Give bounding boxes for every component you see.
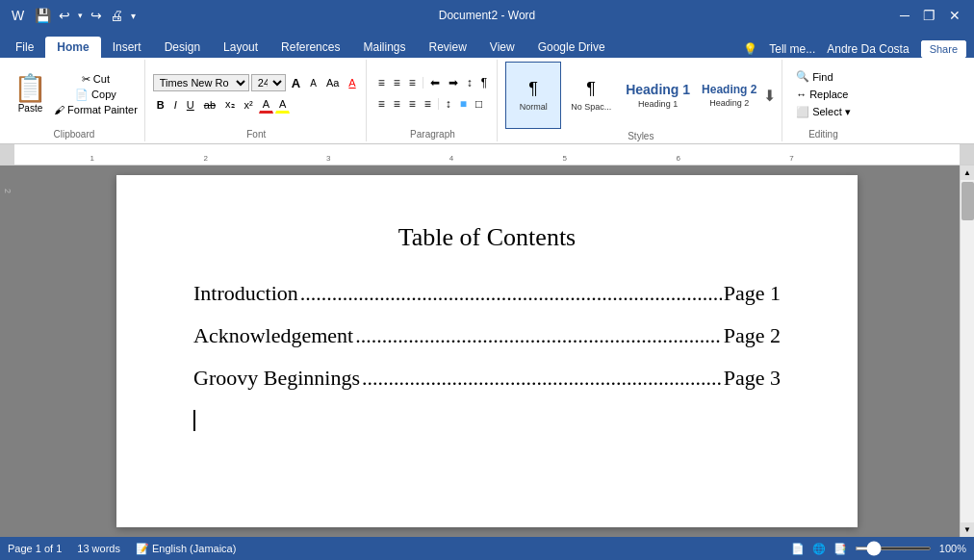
style-heading2[interactable]: Heading 2 Heading 2 xyxy=(697,62,761,129)
style-normal[interactable]: ¶ Normal xyxy=(505,62,561,129)
view-normal-icon[interactable]: 📄 xyxy=(791,543,805,555)
find-button[interactable]: 🔍 Find xyxy=(792,68,855,85)
format-painter-button[interactable]: 🖌 Format Painter xyxy=(53,103,139,116)
style-heading1[interactable]: Heading 1 Heading 1 xyxy=(621,62,695,129)
restore-button[interactable]: ❐ xyxy=(917,6,941,25)
save-icon[interactable]: 💾 xyxy=(32,6,54,25)
undo-icon[interactable]: ↩ xyxy=(56,6,73,25)
document-scroll-area[interactable]: Table of Contents Introduction Page 1 Ac… xyxy=(14,165,960,537)
font-label: Font xyxy=(246,127,266,140)
close-button[interactable]: ✕ xyxy=(943,6,966,25)
bold-button[interactable]: B xyxy=(153,97,168,113)
scroll-up-button[interactable]: ▲ xyxy=(961,165,974,180)
share-button[interactable]: Share xyxy=(921,40,966,58)
align-left-button[interactable]: ≡ xyxy=(374,95,389,113)
style-no-spacing-preview: ¶ xyxy=(586,79,596,100)
ruler: 1 2 3 4 5 6 7 xyxy=(0,144,974,165)
redo-icon[interactable]: ↪ xyxy=(88,6,105,25)
user-name: Andre Da Costa xyxy=(827,42,909,56)
document-page[interactable]: Table of Contents Introduction Page 1 Ac… xyxy=(116,175,858,527)
tab-layout[interactable]: Layout xyxy=(212,37,269,58)
superscript-button[interactable]: x² xyxy=(241,97,257,113)
minimize-button[interactable]: ─ xyxy=(894,6,915,25)
font-family-select[interactable]: Times New Ro xyxy=(153,74,249,91)
main-area: 2 Table of Contents Introduction Page 1 … xyxy=(0,165,974,537)
strikethrough-button[interactable]: ab xyxy=(200,97,219,113)
underline-button[interactable]: U xyxy=(183,97,198,113)
line-spacing-button[interactable]: ↕ xyxy=(442,95,455,113)
font-shrink-button[interactable]: A xyxy=(306,76,320,90)
editing-group: 🔍 Find ↔ Replace ⬜ Select ▾ Editing xyxy=(784,60,861,141)
clipboard-content: 📋 Paste ✂ Cut 📄 Copy 🖌 Format Painter xyxy=(10,62,139,127)
paste-button[interactable]: 📋 Paste xyxy=(10,73,51,115)
ruler-mark-6: 6 xyxy=(676,154,679,163)
font-size-select[interactable]: 24 xyxy=(251,74,286,91)
tell-me-field[interactable]: Tell me... xyxy=(769,42,815,56)
text-color-button[interactable]: A xyxy=(259,96,273,114)
word-count: 13 words xyxy=(77,543,120,554)
style-no-spacing[interactable]: ¶ No Spac... xyxy=(563,62,619,129)
toc-text-acknowledgement: Acknowledgement xyxy=(193,323,353,348)
replace-button[interactable]: ↔ Replace xyxy=(792,87,855,102)
clear-formatting-button[interactable]: A xyxy=(345,75,359,90)
select-button[interactable]: ⬜ Select ▾ xyxy=(792,104,855,120)
search-icon: 🔍 xyxy=(796,70,809,83)
change-case-button[interactable]: Aa xyxy=(322,75,343,90)
styles-expand-arrow[interactable]: ⬇ xyxy=(763,87,776,105)
shading-button[interactable]: ■ xyxy=(456,95,471,113)
ruler-mark-5: 5 xyxy=(563,154,567,163)
tab-design[interactable]: Design xyxy=(153,37,212,58)
ribbon-right-area: 💡 Tell me... Andre Da Costa Share xyxy=(743,40,974,58)
cursor-line[interactable] xyxy=(193,408,781,433)
tab-insert[interactable]: Insert xyxy=(101,37,153,58)
subscript-button[interactable]: x₂ xyxy=(221,96,239,113)
cut-button[interactable]: ✂ Cut xyxy=(53,72,139,87)
undo-dropdown-icon[interactable]: ▾ xyxy=(75,9,86,22)
show-hide-button[interactable]: ¶ xyxy=(477,74,491,91)
tab-home[interactable]: Home xyxy=(45,37,100,58)
style-heading2-label: Heading 2 xyxy=(709,98,749,108)
font-controls: Times New Ro 24 A A Aa A B I U ab x₂ x² … xyxy=(153,62,360,127)
window-controls: ─ ❐ ✕ xyxy=(894,6,966,25)
vertical-scrollbar[interactable]: ▲ ▼ xyxy=(960,165,974,537)
zoom-slider[interactable] xyxy=(855,547,932,550)
tab-google-drive[interactable]: Google Drive xyxy=(526,37,617,58)
para-row-1: ≡ ≡ ≡ ⬅ ➡ ↕ ¶ xyxy=(374,74,492,91)
increase-indent-button[interactable]: ➡ xyxy=(445,74,462,91)
scroll-thumb[interactable] xyxy=(961,182,974,220)
left-margin-bar: 2 xyxy=(0,165,14,537)
view-print-icon[interactable]: 📑 xyxy=(833,543,847,555)
highlight-color-button[interactable]: A xyxy=(275,96,290,114)
tab-mailings[interactable]: Mailings xyxy=(351,37,417,58)
tab-references[interactable]: References xyxy=(269,37,351,58)
toc-dots-introduction xyxy=(300,281,722,306)
page-number-indicator: 2 xyxy=(3,189,13,193)
justify-button[interactable]: ≡ xyxy=(421,95,435,113)
scroll-down-button[interactable]: ▼ xyxy=(961,522,974,537)
decrease-indent-button[interactable]: ⬅ xyxy=(426,74,444,91)
align-center-button[interactable]: ≡ xyxy=(390,95,404,113)
ribbon: 📋 Paste ✂ Cut 📄 Copy 🖌 Format Painter Cl… xyxy=(0,58,974,144)
borders-button[interactable]: □ xyxy=(472,95,486,113)
multilevel-list-button[interactable]: ≡ xyxy=(405,74,420,91)
tab-view[interactable]: View xyxy=(478,37,526,58)
tab-file[interactable]: File xyxy=(4,37,45,58)
editing-controls: 🔍 Find ↔ Replace ⬜ Select ▾ xyxy=(792,62,855,127)
font-grow-button[interactable]: A xyxy=(288,74,304,92)
font-group: Times New Ro 24 A A Aa A B I U ab x₂ x² … xyxy=(147,60,367,141)
italic-button[interactable]: I xyxy=(170,97,181,113)
numbered-list-button[interactable]: ≡ xyxy=(390,74,404,91)
print-preview-icon[interactable]: 🖨 xyxy=(107,6,126,25)
styles-group: ¶ Normal ¶ No Spac... Heading 1 Heading … xyxy=(500,60,782,141)
align-right-button[interactable]: ≡ xyxy=(405,95,420,113)
customize-quick-access-icon[interactable]: ▾ xyxy=(128,9,139,23)
paste-icon: 📋 xyxy=(13,75,47,102)
text-cursor xyxy=(193,410,195,431)
toc-page-introduction: Page 1 xyxy=(724,281,781,306)
bullets-button[interactable]: ≡ xyxy=(374,74,389,91)
sort-button[interactable]: ↕ xyxy=(463,74,476,91)
tab-review[interactable]: Review xyxy=(417,37,477,58)
clipboard-secondary: ✂ Cut 📄 Copy 🖌 Format Painter xyxy=(53,72,139,116)
view-web-icon[interactable]: 🌐 xyxy=(812,543,826,555)
copy-button[interactable]: 📄 Copy xyxy=(53,88,139,102)
